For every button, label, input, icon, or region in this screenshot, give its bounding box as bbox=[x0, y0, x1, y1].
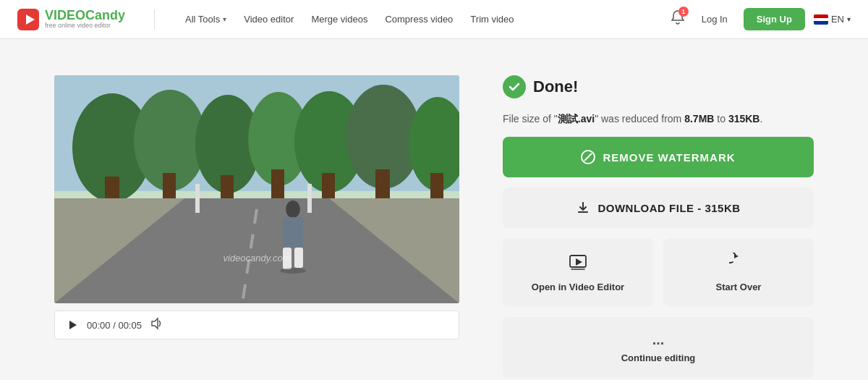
play-button[interactable] bbox=[67, 319, 78, 331]
done-section: Done! bbox=[503, 75, 814, 98]
main-nav: All Tools ▾ Video editor Merge videos Co… bbox=[178, 9, 650, 29]
svg-rect-15 bbox=[375, 169, 390, 202]
svg-line-33 bbox=[584, 153, 592, 161]
logo-tagline: free online video editor bbox=[45, 22, 125, 30]
svg-point-25 bbox=[286, 200, 300, 218]
svg-rect-13 bbox=[322, 173, 335, 202]
main-content: videocandy.com 00:00 / 00:05 bbox=[0, 39, 868, 380]
signup-button[interactable]: Sign Up bbox=[744, 8, 805, 30]
nav-all-tools[interactable]: All Tools ▾ bbox=[178, 9, 234, 29]
open-editor-button[interactable]: Open in Video Editor bbox=[503, 238, 653, 307]
video-scene bbox=[54, 75, 459, 303]
play-icon bbox=[67, 319, 78, 331]
svg-rect-26 bbox=[283, 217, 303, 248]
continue-editing-button[interactable]: ... Continue editing bbox=[503, 317, 814, 378]
svg-marker-36 bbox=[576, 258, 582, 266]
svg-marker-31 bbox=[152, 318, 158, 329]
logo-divider bbox=[154, 9, 155, 30]
header-right: 1 Log In Sign Up EN ▾ bbox=[670, 8, 851, 30]
flag-icon bbox=[814, 14, 828, 25]
nav-trim-video[interactable]: Trim video bbox=[463, 9, 521, 29]
logo[interactable]: VIDEOCandy free online video editor bbox=[17, 9, 125, 30]
video-editor-icon bbox=[569, 253, 587, 276]
action-row: Open in Video Editor Start Over bbox=[503, 238, 814, 307]
notification-button[interactable]: 1 bbox=[670, 9, 686, 29]
svg-rect-23 bbox=[195, 184, 200, 213]
nav-merge-videos[interactable]: Merge videos bbox=[304, 9, 375, 29]
done-title: Done! bbox=[533, 77, 578, 96]
start-over-icon bbox=[729, 253, 748, 276]
file-info: File size of "測試.avi" was reduced from 8… bbox=[503, 111, 814, 127]
svg-rect-11 bbox=[271, 169, 284, 198]
video-controls: 00:00 / 00:05 bbox=[54, 311, 459, 339]
start-over-button[interactable]: Start Over bbox=[663, 238, 814, 307]
volume-button[interactable] bbox=[150, 317, 163, 333]
download-button[interactable]: DOWNLOAD FILE - 315KB bbox=[503, 187, 814, 228]
logo-video: VIDEO bbox=[45, 8, 85, 22]
nav-video-editor[interactable]: Video editor bbox=[237, 9, 301, 29]
language-selector[interactable]: EN ▾ bbox=[814, 14, 851, 25]
logo-candy: Candy bbox=[85, 8, 125, 22]
svg-point-29 bbox=[280, 268, 306, 274]
svg-rect-24 bbox=[307, 184, 312, 213]
chevron-down-icon: ▾ bbox=[847, 15, 851, 23]
time-display: 00:00 / 00:05 bbox=[87, 320, 142, 331]
remove-watermark-icon bbox=[581, 150, 595, 164]
checkmark-icon bbox=[508, 80, 521, 93]
video-preview: videocandy.com bbox=[54, 75, 459, 303]
video-container: videocandy.com 00:00 / 00:05 bbox=[54, 75, 459, 339]
site-header: VIDEOCandy free online video editor All … bbox=[0, 0, 868, 39]
chevron-down-icon: ▾ bbox=[223, 15, 226, 23]
nav-compress-video[interactable]: Compress video bbox=[378, 9, 460, 29]
remove-watermark-button[interactable]: REMOVE WATERMARK bbox=[503, 137, 814, 177]
volume-icon bbox=[150, 317, 163, 330]
svg-rect-28 bbox=[294, 248, 303, 268]
svg-rect-7 bbox=[163, 173, 176, 202]
right-panel: Done! File size of "測試.avi" was reduced … bbox=[503, 75, 814, 378]
download-icon bbox=[576, 200, 590, 215]
done-icon bbox=[503, 75, 526, 98]
notification-badge: 1 bbox=[678, 7, 689, 17]
logo-icon bbox=[17, 9, 39, 30]
login-button[interactable]: Log In bbox=[694, 9, 735, 29]
svg-marker-37 bbox=[734, 254, 739, 258]
dots-icon: ... bbox=[652, 332, 665, 348]
svg-rect-34 bbox=[578, 211, 588, 213]
svg-marker-30 bbox=[69, 321, 77, 329]
video-watermark: videocandy.com bbox=[224, 253, 291, 263]
